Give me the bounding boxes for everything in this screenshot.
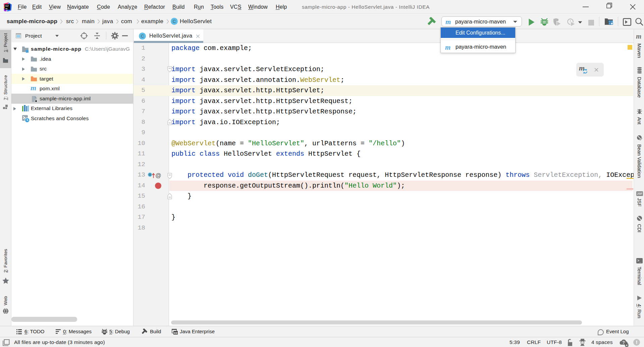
svg-text:?: ? bbox=[623, 340, 625, 345]
svg-text:EE: EE bbox=[174, 332, 178, 335]
svg-text:IJ: IJ bbox=[5, 4, 9, 7]
